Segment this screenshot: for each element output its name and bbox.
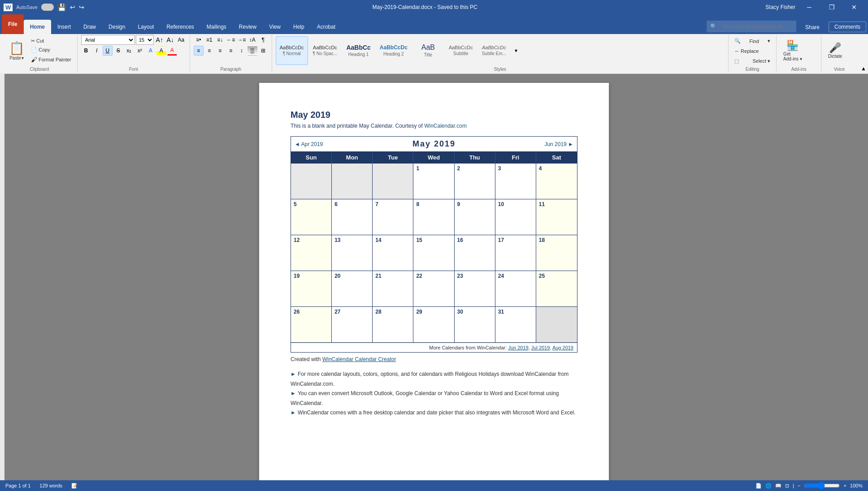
view-read-icon[interactable]: 📖 [775, 483, 781, 489]
tab-draw[interactable]: Draw [77, 20, 102, 34]
zoom-out-button[interactable]: − [798, 483, 800, 488]
format-painter-button[interactable]: 🖌 Format Painter [29, 55, 74, 65]
voice-label: Voice [825, 67, 854, 73]
replace-button[interactable]: ↔ Replace [732, 47, 773, 55]
next-month-link[interactable]: Jun 2019 ► [544, 141, 573, 147]
cell-date: 24 [498, 273, 504, 279]
voice-group: 🎤 Dictate Voice [821, 35, 857, 73]
save-icon[interactable]: 💾 [57, 3, 66, 12]
decrease-font-button[interactable]: A↓ [165, 35, 175, 45]
collapse-ribbon-button[interactable]: ▲ [861, 65, 866, 72]
paste-button[interactable]: 📋 Paste ▾ [5, 38, 28, 64]
copy-button[interactable]: 📄 Copy [29, 46, 74, 54]
zoom-in-button[interactable]: + [843, 483, 846, 488]
multilevel-list-button[interactable]: ≡↓ [215, 35, 225, 45]
justify-button[interactable]: ≡ [226, 46, 236, 56]
tab-review[interactable]: Review [233, 20, 263, 34]
undo-icon[interactable]: ↩ [70, 4, 75, 11]
wincalendar-link[interactable]: WinCalendar.com [424, 123, 467, 129]
tab-file[interactable]: File [2, 14, 24, 34]
minimize-button[interactable]: ─ [799, 0, 820, 14]
tab-insert[interactable]: Insert [51, 20, 77, 34]
text-effects-button[interactable]: A [146, 46, 156, 56]
calendar-cell: 31 [495, 307, 536, 343]
borders-button[interactable]: ⊞ [258, 46, 268, 56]
tab-references[interactable]: References [160, 20, 200, 34]
style-subtle-label: Subtle Em... [482, 51, 506, 56]
share-button[interactable]: Share [800, 22, 825, 32]
increase-font-button[interactable]: A↑ [155, 35, 165, 45]
styles-more-button[interactable]: ▾ [511, 44, 521, 57]
style-subtitle[interactable]: AaBbCcDc Subtitle [445, 36, 477, 65]
jun-link[interactable]: Jun 2019 [508, 345, 528, 350]
line-spacing-button[interactable]: ↕ [237, 46, 247, 56]
shading-button[interactable]: ▒ [247, 46, 257, 56]
cell-date: 12 [294, 237, 299, 243]
close-button[interactable]: ✕ [844, 0, 864, 14]
font-family-select[interactable]: Arial [81, 35, 135, 45]
creator-link[interactable]: WinCalendar Calendar Creator [322, 356, 396, 362]
cut-button[interactable]: ✂ Cut [29, 37, 74, 45]
jul-link[interactable]: Jul 2019 [531, 345, 550, 350]
style-h1-preview: AaBbCc [346, 44, 370, 51]
sort-button[interactable]: ↕A [247, 35, 257, 45]
align-center-button[interactable]: ≡ [204, 46, 214, 56]
strikethrough-button[interactable]: S [113, 46, 123, 56]
tab-mailings[interactable]: Mailings [200, 20, 233, 34]
show-paragraph-button[interactable]: ¶ [258, 35, 268, 45]
font-format-row: B I U S x₂ x² A A A [81, 46, 177, 56]
cell-date: 20 [334, 273, 340, 279]
calendar-cell: 30 [455, 307, 495, 343]
autosave-toggle[interactable] [41, 4, 54, 11]
decrease-indent-button[interactable]: ←≡ [226, 35, 236, 45]
style-heading2[interactable]: AaBbCcDc Heading 2 [376, 36, 412, 65]
calendar-grid: 1234567891011121314151617181920212223242… [291, 164, 577, 343]
comments-button[interactable]: Comments [829, 22, 866, 32]
aug-link[interactable]: Aug 2019 [552, 345, 573, 350]
align-right-button[interactable]: ≡ [215, 46, 225, 56]
redo-icon[interactable]: ↪ [79, 4, 84, 11]
style-title[interactable]: AaB Title [412, 36, 444, 65]
search-bar[interactable]: 🔍 [707, 21, 796, 32]
tab-design[interactable]: Design [102, 20, 131, 34]
style-no-spacing[interactable]: AaBbCcDc ¶ No Spac... [309, 36, 342, 65]
tab-view[interactable]: View [263, 20, 287, 34]
prev-month-link[interactable]: ◄ Apr 2019 [295, 141, 323, 147]
search-input[interactable] [719, 20, 793, 33]
style-heading1[interactable]: AaBbCc Heading 1 [342, 36, 374, 65]
increase-indent-button[interactable]: →≡ [237, 35, 247, 45]
subscript-button[interactable]: x₂ [124, 46, 134, 56]
zoom-slider[interactable] [804, 482, 840, 489]
day-tue: Tue [373, 151, 413, 164]
clear-format-button[interactable]: Aa [176, 35, 186, 45]
font-size-select[interactable]: 15 [136, 35, 154, 45]
text-highlight-button[interactable]: A [156, 46, 166, 56]
tab-home[interactable]: Home [24, 20, 51, 34]
tab-acrobat[interactable]: Acrobat [311, 20, 342, 34]
cell-date: 19 [294, 273, 299, 279]
get-addins-button[interactable]: 🏪 GetAdd-ins ▾ [780, 37, 805, 64]
find-button[interactable]: 🔍 Find ▾ [732, 37, 773, 45]
number-list-button[interactable]: ≡1 [204, 35, 214, 45]
restore-button[interactable]: ❐ [821, 0, 842, 14]
view-print-icon[interactable]: 📄 [755, 483, 762, 489]
search-icon: 🔍 [710, 23, 717, 30]
align-left-button[interactable]: ≡ [194, 46, 204, 56]
style-normal[interactable]: AaBbCcDc ¶ Normal [276, 36, 308, 65]
view-focus-icon[interactable]: ⊡ [785, 483, 789, 489]
underline-button[interactable]: U [103, 46, 113, 56]
bold-button[interactable]: B [81, 46, 91, 56]
font-label: Font [81, 67, 186, 73]
font-color-button[interactable]: A [167, 46, 177, 56]
calendar-cell: 12 [291, 235, 332, 271]
bullet-list-button[interactable]: ≡• [194, 35, 204, 45]
view-web-icon[interactable]: 🌐 [765, 483, 772, 489]
italic-button[interactable]: I [92, 46, 102, 56]
select-button[interactable]: ⬚ Select ▾ [732, 57, 773, 65]
tab-help[interactable]: Help [287, 20, 311, 34]
style-subtle-em[interactable]: AaBbCcDc Subtle Em... [478, 36, 510, 65]
cell-date: 23 [457, 273, 463, 279]
tab-layout[interactable]: Layout [131, 20, 160, 34]
superscript-button[interactable]: x² [135, 46, 145, 56]
dictate-button[interactable]: 🎤 Dictate [825, 37, 845, 64]
